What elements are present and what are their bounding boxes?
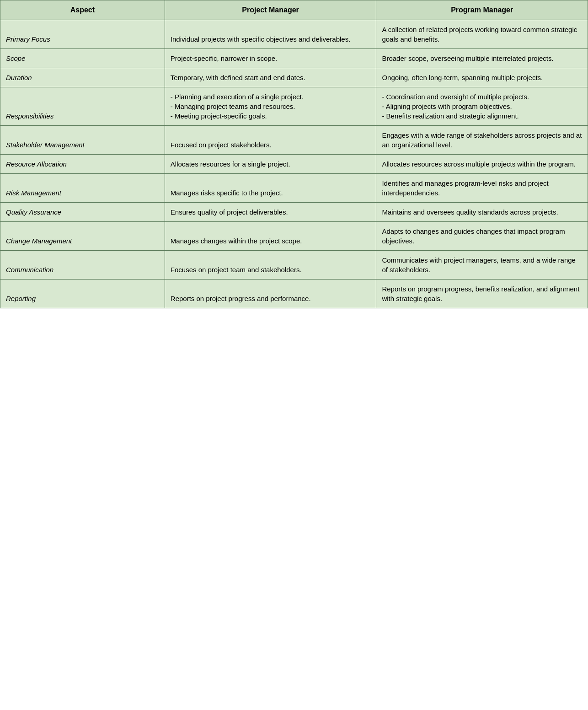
cell-program-manager: Allocates resources across multiple proj… <box>376 155 588 174</box>
table-row: Change ManagementManages changes within … <box>0 222 588 251</box>
cell-project-manager: Focuses on project team and stakeholders… <box>165 251 376 280</box>
cell-program-manager: A collection of related projects working… <box>376 20 588 49</box>
cell-aspect: Communication <box>0 251 165 280</box>
cell-program-manager: Reports on program progress, benefits re… <box>376 280 588 308</box>
table-row: Primary FocusIndividual projects with sp… <box>0 20 588 49</box>
table-row: Risk ManagementManages risks specific to… <box>0 174 588 203</box>
table-row: Resource AllocationAllocates resources f… <box>0 155 588 174</box>
cell-aspect: Scope <box>0 49 165 68</box>
cell-aspect: Responsibilities <box>0 87 165 126</box>
table-row: ReportingReports on project progress and… <box>0 280 588 308</box>
cell-aspect: Resource Allocation <box>0 155 165 174</box>
table-row: Stakeholder ManagementFocused on project… <box>0 126 588 155</box>
cell-project-manager: Project-specific, narrower in scope. <box>165 49 376 68</box>
cell-aspect: Stakeholder Management <box>0 126 165 155</box>
cell-program-manager: Adapts to changes and guides changes tha… <box>376 222 588 251</box>
cell-project-manager: - Planning and execution of a single pro… <box>165 87 376 126</box>
table-row: Quality AssuranceEnsures quality of proj… <box>0 203 588 222</box>
table-row: ScopeProject-specific, narrower in scope… <box>0 49 588 68</box>
cell-aspect: Risk Management <box>0 174 165 203</box>
table-header-row: Aspect Project Manager Program Manager <box>0 0 588 20</box>
table-row: Responsibilities- Planning and execution… <box>0 87 588 126</box>
cell-project-manager: Allocates resources for a single project… <box>165 155 376 174</box>
cell-project-manager: Manages changes within the project scope… <box>165 222 376 251</box>
table-row: DurationTemporary, with defined start an… <box>0 68 588 87</box>
cell-project-manager: Manages risks specific to the project. <box>165 174 376 203</box>
cell-project-manager: Ensures quality of project deliverables. <box>165 203 376 222</box>
cell-aspect: Duration <box>0 68 165 87</box>
table-row: CommunicationFocuses on project team and… <box>0 251 588 280</box>
cell-aspect: Primary Focus <box>0 20 165 49</box>
header-aspect: Aspect <box>0 0 165 20</box>
cell-project-manager: Individual projects with specific object… <box>165 20 376 49</box>
cell-program-manager: Communicates with project managers, team… <box>376 251 588 280</box>
cell-program-manager: Ongoing, often long-term, spanning multi… <box>376 68 588 87</box>
cell-program-manager: Engages with a wide range of stakeholder… <box>376 126 588 155</box>
cell-program-manager: Identifies and manages program-level ris… <box>376 174 588 203</box>
comparison-table-container: Aspect Project Manager Program Manager P… <box>0 0 588 308</box>
cell-program-manager: Maintains and oversees quality standards… <box>376 203 588 222</box>
cell-program-manager: - Coordination and oversight of multiple… <box>376 87 588 126</box>
cell-aspect: Reporting <box>0 280 165 308</box>
cell-aspect: Change Management <box>0 222 165 251</box>
comparison-table: Aspect Project Manager Program Manager P… <box>0 0 588 308</box>
cell-project-manager: Focused on project stakeholders. <box>165 126 376 155</box>
header-program-manager: Program Manager <box>376 0 588 20</box>
header-project-manager: Project Manager <box>165 0 376 20</box>
cell-program-manager: Broader scope, overseeing multiple inter… <box>376 49 588 68</box>
cell-project-manager: Reports on project progress and performa… <box>165 280 376 308</box>
cell-aspect: Quality Assurance <box>0 203 165 222</box>
cell-project-manager: Temporary, with defined start and end da… <box>165 68 376 87</box>
